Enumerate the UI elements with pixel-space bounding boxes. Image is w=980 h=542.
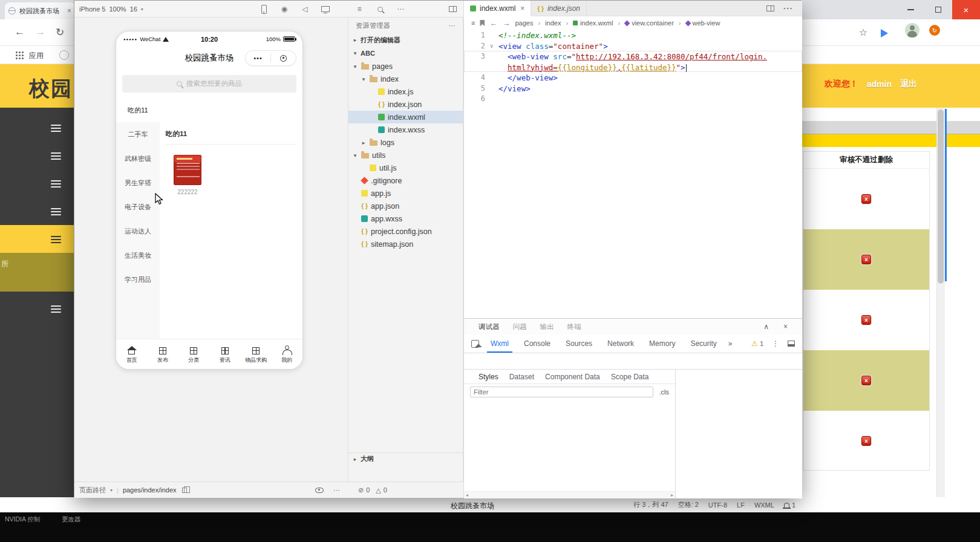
tree-item[interactable]: ▾index xyxy=(348,73,463,85)
editor-tab-index-json[interactable]: { } index.json xyxy=(531,1,587,16)
tree-item[interactable]: { }project.config.json xyxy=(348,225,463,238)
horizontal-scrollbar[interactable]: ◂ ▸ xyxy=(464,491,675,498)
code-line[interactable]: 4 </web-view> xyxy=(464,72,802,83)
devtools-tab-memory[interactable]: Memory xyxy=(645,335,679,353)
category-item[interactable]: 二手车 xyxy=(116,122,160,146)
back-button[interactable]: ← xyxy=(15,26,25,38)
tabbar-item[interactable]: 物品求购 xyxy=(240,339,271,369)
category-item[interactable]: 运动达人 xyxy=(116,219,160,243)
code-line[interactable]: 2∨<view class="container"> xyxy=(464,41,802,51)
nav-forward-button[interactable]: → xyxy=(502,19,510,28)
status-item[interactable]: UTF-8 xyxy=(708,501,727,509)
devtools-tab-security[interactable]: Security xyxy=(687,335,720,353)
code-editor[interactable]: 1<!--index.wxml-->2∨<view class="contain… xyxy=(464,30,802,318)
outline-view-icon[interactable]: ≡ xyxy=(471,19,475,27)
debugger-tab-调试器[interactable]: 调试器 xyxy=(479,322,500,331)
code-line[interactable]: 6 xyxy=(464,93,802,104)
tree-item[interactable]: .gitignore xyxy=(348,174,463,187)
tabbar-item[interactable]: 分类 xyxy=(178,339,209,369)
warnings-icon[interactable]: △ xyxy=(376,486,381,494)
browser-tab[interactable]: 校园跳蚤市场 × xyxy=(5,2,75,19)
scroll-right-icon[interactable]: ▸ xyxy=(671,492,673,498)
open-editors-section[interactable]: ▸ 打开的编辑器 xyxy=(348,33,463,47)
panel-close-icon[interactable]: × xyxy=(783,322,788,331)
devtools-tab-network[interactable]: Network xyxy=(604,335,638,353)
list-view-button[interactable]: ≡ xyxy=(351,1,367,18)
styles-tab-component-data[interactable]: Component Data xyxy=(545,373,600,381)
tree-item[interactable]: util.js xyxy=(348,162,463,174)
category-item[interactable]: 男生穿搭 xyxy=(116,171,160,195)
tree-item[interactable]: ▾utils xyxy=(348,149,463,162)
tree-item[interactable]: index.wxml xyxy=(348,111,463,123)
profile-avatar[interactable] xyxy=(905,23,920,38)
breadcrumb-item[interactable]: web-view xyxy=(686,19,720,27)
status-item[interactable]: LF xyxy=(737,501,745,509)
code-line[interactable]: html?yhjwd={{longitude}},{{latitude}}"> xyxy=(464,62,802,73)
editor-tab-index-wxml[interactable]: index.wxml × xyxy=(464,1,531,16)
search-button[interactable] xyxy=(372,1,388,18)
bookmark-icon[interactable] xyxy=(480,20,485,27)
capsule-more-button[interactable]: ••• xyxy=(246,54,270,62)
product-card[interactable]: 222222 xyxy=(174,155,201,195)
fold-icon[interactable]: ∨ xyxy=(490,41,498,51)
copy-path-icon[interactable] xyxy=(182,488,187,493)
styles-tab-dataset[interactable]: Dataset xyxy=(509,373,534,381)
forward-button[interactable]: → xyxy=(35,26,45,38)
devtools-tab-wxml[interactable]: Wxml xyxy=(487,335,512,353)
tree-item[interactable]: { }app.json xyxy=(348,200,463,212)
toolbar-more-button[interactable]: ⋯ xyxy=(393,1,408,18)
device-selector[interactable]: iPhone 5 100% 16 ▾ xyxy=(79,1,143,18)
tree-item[interactable]: { }sitemap.json xyxy=(348,238,463,250)
page-path-selector[interactable]: 页面路径 xyxy=(79,486,106,495)
extension-icon[interactable] xyxy=(881,29,888,38)
split-editor-icon[interactable] xyxy=(766,5,774,11)
sidebar-item[interactable] xyxy=(0,114,74,142)
code-line[interactable]: 1<!--index.wxml--> xyxy=(464,30,802,41)
bookmark-star-icon[interactable]: ☆ xyxy=(859,27,867,38)
bottombar-more-button[interactable]: ⋯ xyxy=(333,486,340,494)
tree-item[interactable]: index.js xyxy=(348,85,463,98)
dock-side-icon[interactable] xyxy=(788,341,795,347)
debugger-tab-输出[interactable]: 输出 xyxy=(540,322,554,331)
bookmark-favicon[interactable] xyxy=(59,50,69,60)
category-item[interactable]: 武林密级 xyxy=(116,146,160,171)
tabbar-item[interactable]: 资讯 xyxy=(209,339,240,369)
sidebar-item[interactable]: 所 xyxy=(0,253,74,292)
delete-button[interactable]: × xyxy=(861,436,871,446)
record-button[interactable]: ◉ xyxy=(276,1,292,18)
delete-button[interactable]: × xyxy=(861,376,871,385)
taskbar-item-nvidia[interactable]: NVIDIA 控制 xyxy=(5,515,40,524)
tree-item[interactable]: app.wxss xyxy=(348,212,463,225)
styles-tab-scope-data[interactable]: Scope Data xyxy=(611,373,649,381)
code-line[interactable]: 5</view> xyxy=(464,83,802,94)
styles-filter-input[interactable] xyxy=(470,387,653,397)
notification-bell[interactable]: 1 xyxy=(784,501,795,509)
scroll-left-icon[interactable]: ◂ xyxy=(466,492,468,498)
window-maximize-button[interactable] xyxy=(924,0,952,19)
delete-button[interactable]: × xyxy=(861,194,871,204)
warning-badge[interactable]: ⚠ 1 xyxy=(751,339,763,348)
sidebar-item[interactable] xyxy=(0,197,74,225)
wxml-tree-area[interactable] xyxy=(464,353,802,369)
status-item[interactable]: 行 3，列 47 xyxy=(633,500,668,509)
code-line[interactable]: 3 <web-view src="http://192.168.3.42:808… xyxy=(464,51,802,62)
devtools-tab-console[interactable]: Console xyxy=(520,335,554,353)
category-item[interactable]: 生活美妆 xyxy=(116,243,160,267)
sidebar-item[interactable] xyxy=(0,292,74,325)
debugger-tab-问题[interactable]: 问题 xyxy=(513,322,527,331)
page-scrollbar-thumb[interactable] xyxy=(938,109,944,284)
status-item[interactable]: WXML xyxy=(754,501,774,509)
sidebar-item[interactable] xyxy=(0,169,74,197)
sidebar-item[interactable] xyxy=(0,142,74,169)
explorer-more-button[interactable]: ⋯ xyxy=(449,22,456,30)
devtools-tab-sources[interactable]: Sources xyxy=(562,335,596,353)
tab-close-icon[interactable]: × xyxy=(67,7,71,15)
split-window-button[interactable] xyxy=(445,1,460,18)
tree-item[interactable]: ▾pages xyxy=(348,60,463,73)
inspect-element-icon[interactable] xyxy=(471,340,479,348)
tree-item[interactable]: ▸logs xyxy=(348,136,463,149)
tabbar-item[interactable]: 首页 xyxy=(116,339,147,369)
apps-label[interactable]: 应用 xyxy=(29,51,44,61)
category-item[interactable]: 电子设备 xyxy=(116,195,160,219)
tree-item[interactable]: { }index.json xyxy=(348,98,463,111)
